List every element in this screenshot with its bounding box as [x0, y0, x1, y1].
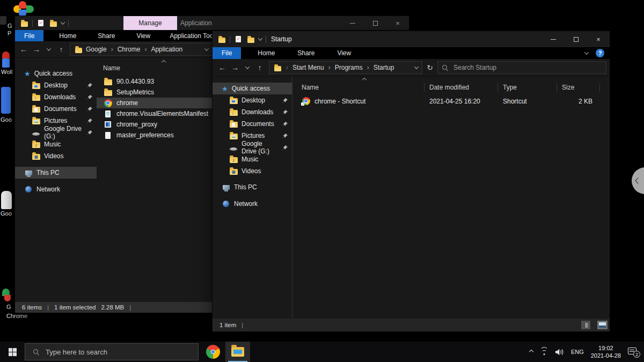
taskbar-explorer-button[interactable] — [225, 342, 250, 362]
breadcrumb-application[interactable]: Application — [151, 46, 182, 53]
sidebar-item-music[interactable]: ♪Music — [15, 138, 97, 150]
properties-check-icon[interactable] — [234, 35, 243, 43]
tab-home[interactable]: Home — [51, 30, 84, 41]
new-folder-icon[interactable] — [246, 35, 255, 43]
search-icon — [442, 64, 448, 71]
forward-icon[interactable]: → — [229, 63, 241, 72]
up-icon[interactable]: ↑ — [55, 45, 68, 54]
titlebar[interactable]: Startup × — [213, 31, 610, 47]
ribbon-tabs: File Home Share View ? — [213, 47, 610, 59]
folder-icon[interactable] — [217, 35, 226, 43]
maximize-button[interactable] — [565, 31, 587, 47]
wifi-icon[interactable] — [540, 349, 548, 355]
sidebar-item-downloads[interactable]: ↓Downloads — [15, 91, 97, 103]
column-header-type[interactable]: Type — [498, 83, 557, 92]
pin-icon — [87, 107, 92, 112]
tab-view[interactable]: View — [329, 47, 359, 59]
show-hidden-icons-chevron[interactable] — [529, 350, 533, 354]
manage-context-tab[interactable]: Manage — [123, 16, 177, 30]
forward-icon[interactable]: → — [30, 45, 43, 54]
taskbar-search[interactable]: Type here to search — [25, 343, 199, 360]
pin-icon — [87, 130, 92, 135]
minimize-button[interactable] — [341, 16, 364, 30]
taskbar-clock[interactable]: 19:02 2021-04-28 — [591, 344, 621, 360]
help-icon[interactable]: ? — [596, 49, 604, 57]
sidebar-item-network[interactable]: Network — [213, 198, 292, 210]
column-header-size[interactable]: Size — [557, 83, 600, 92]
language-indicator[interactable]: ENG — [571, 349, 584, 355]
sidebar-item-downloads[interactable]: ↓Downloads — [213, 106, 292, 118]
refresh-icon[interactable]: ↻ — [423, 63, 436, 72]
breadcrumb-programs[interactable]: Programs — [335, 64, 363, 71]
pin-icon — [283, 98, 288, 103]
tab-file[interactable]: File — [213, 47, 241, 59]
sidebar-item-documents[interactable]: Documents — [15, 103, 97, 115]
desktop-app-icon[interactable] — [1, 191, 12, 209]
sidebar-item-videos[interactable]: Videos — [213, 165, 292, 177]
tab-share[interactable]: Share — [90, 30, 123, 41]
maximize-button[interactable] — [364, 16, 386, 30]
column-header-name[interactable]: Name — [293, 83, 425, 92]
titlebar[interactable]: Manage Application × — [15, 16, 409, 30]
folder-icon[interactable] — [20, 19, 28, 27]
tab-view[interactable]: View — [128, 30, 158, 41]
address-field[interactable]: Google › Chrome › Application — [70, 43, 213, 56]
file-row[interactable]: ↗ chrome - Shortcut 2021-04-25 16:20 Sho… — [293, 95, 610, 107]
address-dropdown-icon[interactable] — [204, 46, 209, 50]
details-view-button[interactable] — [581, 321, 590, 329]
google-photos-icon[interactable] — [13, 1, 34, 17]
sidebar-item-quick-access[interactable]: ★Quick access — [15, 68, 97, 79]
thumbnail-view-button[interactable] — [597, 321, 608, 329]
desktop-app-icon[interactable] — [0, 51, 12, 69]
new-folder-icon[interactable] — [49, 19, 57, 27]
breadcrumb-chrome[interactable]: Chrome — [118, 46, 141, 53]
desktop-shortcut-tile[interactable] — [0, 16, 6, 25]
qat-dropdown-icon[interactable] — [61, 20, 65, 24]
address-field[interactable]: › Start Menu › Programs › Startup — [269, 61, 422, 74]
volume-icon[interactable] — [555, 349, 564, 356]
taskbar-chrome-button[interactable] — [201, 342, 225, 362]
recent-locations-icon[interactable] — [47, 46, 51, 50]
qat-dropdown-icon[interactable] — [258, 36, 262, 40]
sidebar-item-quick-access[interactable]: ★Quick access — [213, 83, 292, 94]
tab-file[interactable]: File — [15, 30, 43, 41]
chrome-shortcut-icon: ↗ — [302, 97, 310, 105]
breadcrumb-startup[interactable]: Startup — [374, 64, 394, 71]
sidebar-item-music[interactable]: ♪Music — [213, 153, 292, 165]
close-button[interactable]: × — [386, 16, 409, 30]
photos-green-blade — [26, 5, 34, 13]
sidebar-item-google-drive[interactable]: Google Drive (G:) — [15, 127, 97, 138]
column-header-date-modified[interactable]: Date modified — [425, 83, 498, 92]
address-dropdown-icon[interactable] — [414, 64, 419, 69]
navigation-pane: ★Quick access Desktop ↓Downloads Documen… — [213, 77, 292, 319]
sidebar-item-this-pc[interactable]: This PC — [213, 181, 292, 193]
close-button[interactable]: × — [587, 31, 610, 47]
tab-share[interactable]: Share — [289, 47, 323, 59]
search-box[interactable]: Search Startup — [437, 61, 606, 74]
tab-home[interactable]: Home — [250, 47, 283, 59]
recent-locations-icon[interactable] — [245, 64, 250, 69]
action-center-button[interactable]: 2 — [628, 348, 639, 356]
desktop-icon-label: Woll — [1, 69, 12, 75]
properties-check-icon[interactable] — [36, 19, 45, 27]
sidebar-item-this-pc[interactable]: This PC — [15, 167, 97, 179]
minimize-button[interactable] — [542, 31, 565, 47]
sidebar-item-network[interactable]: Network — [15, 183, 97, 195]
back-icon[interactable]: ← — [17, 45, 30, 54]
sidebar-item-desktop[interactable]: Desktop — [213, 94, 292, 106]
sidebar-item-videos[interactable]: Videos — [15, 150, 97, 162]
google-chrome-desktop-icon[interactable] — [1, 289, 12, 304]
back-icon[interactable]: ← — [216, 63, 229, 72]
up-icon[interactable]: ↑ — [253, 63, 266, 72]
breadcrumb-separator: › — [143, 46, 148, 53]
sidebar-item-desktop[interactable]: Desktop — [15, 79, 97, 91]
file-size: 2 KB — [557, 95, 600, 107]
sidebar-item-google-drive[interactable]: Google Drive (G:) — [213, 142, 292, 153]
file-type: Shortcut — [498, 95, 557, 107]
breadcrumb-start-menu[interactable]: Start Menu — [292, 64, 324, 71]
breadcrumb-google[interactable]: Google — [86, 46, 107, 53]
desktop-app-icon[interactable] — [1, 87, 11, 114]
start-button[interactable] — [0, 342, 25, 362]
sidebar-item-documents[interactable]: Documents — [213, 118, 292, 130]
expand-ribbon-icon[interactable] — [584, 50, 589, 54]
